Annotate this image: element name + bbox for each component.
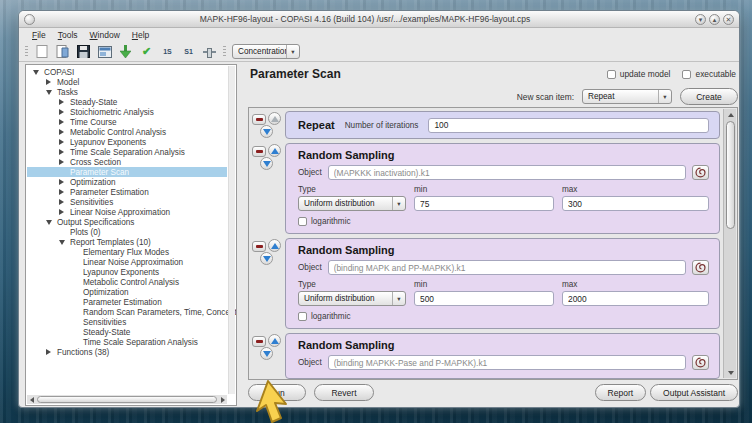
tree-item-plots[interactable]: Plots (0) <box>27 227 227 237</box>
object-select-button[interactable] <box>692 260 709 275</box>
move-down-button[interactable] <box>260 347 273 360</box>
scroll-up-icon[interactable] <box>726 110 735 119</box>
object-input[interactable] <box>328 355 686 370</box>
steady-state-icon[interactable]: 1S <box>160 45 175 59</box>
tree-item-copasi[interactable]: COPASI <box>27 67 227 77</box>
tree-item-time-scale-separation-report[interactable]: Time Scale Separation Analysis <box>27 337 227 347</box>
tree-item-parameter-scan[interactable]: Parameter Scan <box>27 167 227 177</box>
move-up-button[interactable] <box>268 112 281 125</box>
min-input[interactable] <box>414 291 554 306</box>
expander-icon[interactable] <box>59 179 70 185</box>
expander-icon[interactable] <box>46 90 57 95</box>
update-model-checkbox[interactable] <box>607 70 616 79</box>
move-up-button[interactable] <box>268 144 281 157</box>
remove-item-button[interactable] <box>252 336 266 347</box>
expander-icon[interactable] <box>59 159 70 165</box>
menu-tools[interactable]: Tools <box>53 29 83 41</box>
window-menu-icon[interactable] <box>24 14 35 25</box>
tree-item-metabolic-control-analysis[interactable]: Metabolic Control Analysis <box>27 127 227 137</box>
menu-window[interactable]: Window <box>85 29 125 41</box>
tree-item-sensitivities[interactable]: Sensitivities <box>27 197 227 207</box>
remove-item-button[interactable] <box>252 146 266 157</box>
tree-item-functions[interactable]: Functions (38) <box>27 347 227 357</box>
check-model-icon[interactable]: ✔ <box>139 45 154 59</box>
tree-item-metabolic-control-analysis-report[interactable]: Metabolic Control Analysis <box>27 277 227 287</box>
expander-icon[interactable] <box>33 70 44 75</box>
scrollbar-thumb[interactable] <box>726 121 735 229</box>
report-button[interactable]: Report <box>595 384 647 401</box>
object-input[interactable] <box>328 260 686 275</box>
tree-item-sensitivities-report[interactable]: Sensitivities <box>27 317 227 327</box>
import-sbml-icon[interactable] <box>118 45 133 59</box>
units-combobox[interactable]: Concentrations ▾ <box>232 44 300 59</box>
tree-horizontal-scrollbar[interactable] <box>27 395 227 404</box>
scroll-down-icon[interactable] <box>726 368 735 377</box>
expander-icon[interactable] <box>59 119 70 125</box>
max-input[interactable] <box>562 291 709 306</box>
expander-icon[interactable] <box>59 189 70 195</box>
scroll-left-icon[interactable] <box>27 395 36 404</box>
time-course-icon[interactable]: S1 <box>181 45 196 59</box>
move-down-button[interactable] <box>260 157 273 170</box>
export-image-icon[interactable] <box>97 45 112 59</box>
object-input[interactable] <box>328 165 686 180</box>
expander-icon[interactable] <box>59 240 70 245</box>
min-input[interactable] <box>414 196 554 211</box>
revert-button[interactable]: Revert <box>314 384 374 401</box>
expander-icon[interactable] <box>59 199 70 205</box>
tree-item-optimization[interactable]: Optimization <box>27 177 227 187</box>
tree-item-steady-state-report[interactable]: Steady-State <box>27 327 227 337</box>
tree-item-linear-noise-approximation-report[interactable]: Linear Noise Approximation <box>27 257 227 267</box>
remove-item-button[interactable] <box>252 241 266 252</box>
maximize-icon[interactable]: ▴ <box>709 14 720 25</box>
distribution-combobox[interactable]: Uniform distribution ▾ <box>298 196 406 211</box>
remove-item-button[interactable] <box>252 114 266 125</box>
tree-item-linear-noise-approximation[interactable]: Linear Noise Approximation <box>27 207 227 217</box>
max-input[interactable] <box>562 196 709 211</box>
move-up-button[interactable] <box>268 239 281 252</box>
expander-icon[interactable] <box>59 129 70 135</box>
tree-item-optimization-report[interactable]: Optimization <box>27 287 227 297</box>
tree-item-steady-state[interactable]: Steady-State <box>27 97 227 107</box>
iterations-input[interactable] <box>428 118 709 133</box>
tree-item-elementary-flux-modes[interactable]: Elementary Flux Modes <box>27 247 227 257</box>
object-select-button[interactable] <box>692 355 709 370</box>
new-scan-item-combobox[interactable]: Repeat ▾ <box>582 89 672 104</box>
tree-item-lyapunov-exponents[interactable]: Lyapunov Exponents <box>27 137 227 147</box>
executable-checkbox[interactable] <box>682 70 691 79</box>
tree-item-random-scan-parameters[interactable]: Random Scan Parameters, Time, Concentrat… <box>27 307 227 317</box>
logarithmic-checkbox[interactable] <box>298 312 307 321</box>
title-bar[interactable]: MAPK-HF96-layout - COPASI 4.16 (Build 10… <box>19 11 739 28</box>
save-icon[interactable] <box>76 45 91 59</box>
open-file-icon[interactable] <box>55 45 70 59</box>
expander-icon[interactable] <box>46 220 57 225</box>
tree-item-parameter-estimation-report[interactable]: Parameter Estimation <box>27 297 227 307</box>
scan-vertical-scrollbar[interactable] <box>723 109 736 378</box>
move-down-button[interactable] <box>260 252 273 265</box>
scroll-right-icon[interactable] <box>218 395 227 404</box>
menu-file[interactable]: File <box>27 29 51 41</box>
distribution-combobox[interactable]: Uniform distribution ▾ <box>298 291 406 306</box>
tree-item-time-course[interactable]: Time Course <box>27 117 227 127</box>
tree-item-report-templates[interactable]: Report Templates (10) <box>27 237 227 247</box>
parameter-slider-icon[interactable] <box>202 45 217 59</box>
scrollbar-thumb[interactable] <box>37 396 217 403</box>
menu-help[interactable]: Help <box>127 29 154 41</box>
expander-icon[interactable] <box>59 109 70 115</box>
tree-item-cross-section[interactable]: Cross Section <box>27 157 227 167</box>
move-up-button[interactable] <box>268 334 281 347</box>
output-assistant-button[interactable]: Output Assistant <box>650 384 738 401</box>
close-icon[interactable]: ✕ <box>723 14 734 25</box>
create-button[interactable]: Create <box>680 88 738 105</box>
move-down-button[interactable] <box>260 125 273 138</box>
tree-item-time-scale-separation-analysis[interactable]: Time Scale Separation Analysis <box>27 147 227 157</box>
expander-icon[interactable] <box>59 209 70 215</box>
tree-item-lyapunov-exponents-report[interactable]: Lyapunov Exponents <box>27 267 227 277</box>
tree-item-parameter-estimation[interactable]: Parameter Estimation <box>27 187 227 197</box>
expander-icon[interactable] <box>59 149 70 155</box>
tree-item-output-specifications[interactable]: Output Specifications <box>27 217 227 227</box>
minimize-icon[interactable]: ▾ <box>695 14 706 25</box>
tree-item-model[interactable]: Model <box>27 77 227 87</box>
logarithmic-checkbox[interactable] <box>298 217 307 226</box>
object-select-button[interactable] <box>692 165 709 180</box>
